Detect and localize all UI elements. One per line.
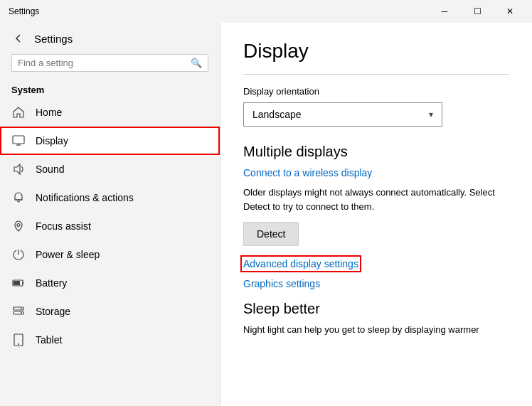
sleep-title: Sleep better: [243, 301, 509, 317]
sidebar-item-sound[interactable]: Sound: [0, 155, 220, 183]
svg-point-13: [21, 312, 22, 314]
svg-rect-0: [13, 136, 24, 144]
title-bar-controls: ─ ☐ ✕: [428, 0, 526, 23]
sidebar-item-home[interactable]: Home: [0, 98, 220, 127]
tablet-label: Tablet: [36, 334, 62, 346]
sidebar-item-focus[interactable]: Focus assist: [0, 212, 220, 240]
title-bar: Settings ─ ☐ ✕: [0, 0, 532, 23]
notifications-icon: [11, 191, 26, 205]
svg-point-15: [18, 343, 19, 345]
search-icon[interactable]: 🔍: [191, 58, 202, 68]
title-bar-left: Settings: [9, 6, 39, 16]
back-button[interactable]: [11, 31, 26, 46]
sound-label: Sound: [36, 164, 64, 175]
home-icon: [11, 105, 26, 119]
storage-label: Storage: [36, 306, 70, 317]
svg-point-5: [17, 224, 20, 227]
graphics-settings-link[interactable]: Graphics settings: [243, 278, 509, 289]
battery-label: Battery: [36, 277, 67, 289]
sleep-info-text: Night light can help you get to sleep by…: [243, 323, 509, 337]
sidebar-item-power[interactable]: Power & sleep: [0, 240, 220, 269]
close-button[interactable]: ✕: [494, 0, 526, 23]
divider: [243, 74, 509, 75]
svg-marker-3: [14, 164, 20, 174]
svg-point-12: [21, 308, 22, 309]
power-label: Power & sleep: [36, 249, 100, 260]
battery-icon: [11, 276, 26, 290]
maximize-button[interactable]: ☐: [461, 0, 494, 23]
sound-icon: [11, 162, 26, 176]
page-title: Display: [243, 40, 509, 63]
sidebar-app-title: Settings: [34, 33, 73, 45]
tablet-icon: [11, 333, 26, 347]
minimize-button[interactable]: ─: [428, 0, 461, 23]
sidebar-item-notifications[interactable]: Notifications & actions: [0, 183, 220, 212]
sidebar-section-label: System: [0, 80, 220, 98]
wireless-display-link[interactable]: Connect to a wireless display: [243, 167, 509, 178]
sidebar: Settings 🔍 System Home: [0, 23, 220, 406]
advanced-display-link[interactable]: Advanced display settings: [243, 258, 358, 269]
notifications-label: Notifications & actions: [36, 192, 134, 203]
orientation-label: Display orientation: [243, 86, 509, 97]
multiple-displays-title: Multiple displays: [243, 144, 509, 160]
storage-icon: [11, 304, 26, 319]
chevron-down-icon: ▾: [429, 109, 433, 119]
search-input[interactable]: [18, 58, 186, 68]
sidebar-item-display[interactable]: Display: [0, 127, 220, 155]
detect-button[interactable]: Detect: [243, 222, 299, 246]
power-icon: [11, 247, 26, 262]
sidebar-item-storage[interactable]: Storage: [0, 297, 220, 326]
svg-rect-8: [14, 281, 20, 285]
title-bar-title: Settings: [9, 6, 39, 16]
focus-label: Focus assist: [36, 220, 91, 232]
sidebar-item-battery[interactable]: Battery: [0, 269, 220, 297]
home-label: Home: [36, 107, 62, 118]
orientation-dropdown[interactable]: Landscape ▾: [243, 102, 442, 127]
display-label: Display: [36, 135, 68, 146]
info-text: Older displays might not always connect …: [243, 186, 509, 213]
focus-icon: [11, 219, 26, 233]
app-body: Settings 🔍 System Home: [0, 23, 532, 406]
search-box[interactable]: 🔍: [11, 54, 208, 72]
sidebar-item-tablet[interactable]: Tablet: [0, 326, 220, 354]
sidebar-top: Settings: [0, 23, 220, 51]
display-icon: [11, 134, 26, 148]
content-area: Display Display orientation Landscape ▾ …: [220, 23, 532, 406]
orientation-value: Landscape: [252, 109, 302, 120]
